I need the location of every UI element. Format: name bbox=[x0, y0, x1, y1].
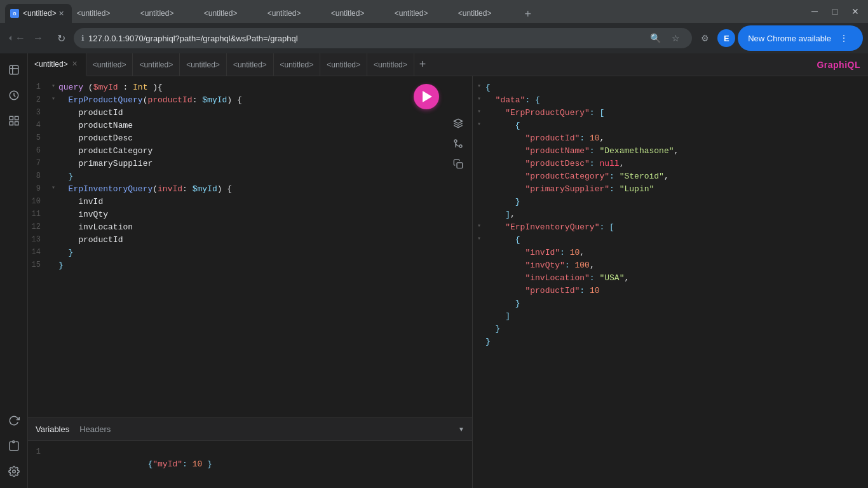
graphiql-tab-add[interactable]: + bbox=[414, 53, 431, 76]
resp-line-21: } bbox=[473, 336, 868, 348]
graphiql-tab-label: <untitled> bbox=[139, 60, 173, 69]
resp-line-9: "primarySupplier": "Lupin" bbox=[473, 183, 868, 196]
svg-point-7 bbox=[459, 145, 462, 147]
variables-panel: Variables Headers ▼ 1 {"myId": 10 } bbox=[28, 417, 472, 489]
code-line-9: 9 ▾ ErpInventoryQuery(invId: $myId) { bbox=[28, 183, 472, 196]
svg-rect-4 bbox=[10, 122, 13, 125]
code-line-2: 2 ▾ ErpProductQuery(productId: $myId) { bbox=[28, 94, 472, 107]
sidebar-explorer-button[interactable] bbox=[3, 109, 25, 132]
sidebar-settings-button[interactable] bbox=[3, 460, 25, 483]
graphiql-tab-5[interactable]: <untitled> bbox=[274, 53, 321, 76]
title-bar: G <untitled> ✕ <untitled> <untitled> <un… bbox=[0, 0, 868, 23]
graphiql-tab-6[interactable]: <untitled> bbox=[320, 53, 367, 76]
code-line-8: 8 } bbox=[28, 170, 472, 183]
copy-button[interactable] bbox=[449, 155, 467, 173]
browser-tab-7[interactable]: <untitled> bbox=[453, 4, 517, 23]
merge-button[interactable] bbox=[449, 135, 467, 152]
variables-tab[interactable]: Variables bbox=[36, 424, 69, 434]
variables-body[interactable]: 1 {"myId": 10 } bbox=[28, 441, 472, 489]
resp-line-20: } bbox=[473, 323, 868, 336]
graphiql-tab-4[interactable]: <untitled> bbox=[227, 53, 274, 76]
profile-button[interactable]: E bbox=[717, 29, 735, 47]
new-tab-button[interactable]: + bbox=[519, 5, 537, 23]
reload-button[interactable]: ↻ bbox=[51, 28, 71, 48]
graphiql-editors: 1 ▾ query ($myId : Int ){ 2 ▾ ErpProduct… bbox=[28, 76, 868, 488]
browser-tab-2[interactable]: <untitled> bbox=[135, 4, 199, 23]
svg-point-8 bbox=[454, 140, 457, 142]
graphiql-sidebar bbox=[0, 53, 28, 488]
tab-label: <untitled> bbox=[140, 9, 174, 18]
resp-line-11: ], bbox=[473, 208, 868, 221]
sidebar-keyboard-button[interactable] bbox=[3, 435, 25, 458]
resp-line-17: "productId": 10 bbox=[473, 285, 868, 297]
window-controls: ─ □ ✕ bbox=[807, 4, 863, 19]
graphiql-tab-3[interactable]: <untitled> bbox=[180, 53, 227, 76]
graphiql-tab-7[interactable]: <untitled> bbox=[367, 53, 414, 76]
maximize-button[interactable]: □ bbox=[827, 4, 843, 19]
graphiql-tab-close-0[interactable]: ✕ bbox=[71, 60, 79, 69]
code-line-11: 11 invQty bbox=[28, 208, 472, 221]
address-bar[interactable]: ℹ 127.0.0.1:9070/graphiql?path=/graphql&… bbox=[74, 28, 692, 48]
response-body[interactable]: ▾ { ▾ "data": { ▾ "ErpProductQuery": [ bbox=[473, 76, 868, 488]
tab-strip: G <untitled> ✕ <untitled> <untitled> <un… bbox=[5, 0, 807, 23]
sidebar-refresh-button[interactable] bbox=[3, 409, 25, 432]
resp-line-8: "productCategory": "Steroid", bbox=[473, 170, 868, 183]
graphiql-tab-0[interactable]: <untitled> ✕ bbox=[28, 53, 86, 76]
url-text: 127.0.0.1:9070/graphiql?path=/graphql&ws… bbox=[88, 34, 642, 43]
close-button[interactable]: ✕ bbox=[848, 4, 863, 19]
graphiql-tab-2[interactable]: <untitled> bbox=[133, 53, 180, 76]
code-line-6: 6 productCategory bbox=[28, 145, 472, 158]
bookmark-icon[interactable]: ☆ bbox=[667, 29, 684, 47]
svg-rect-9 bbox=[457, 163, 463, 168]
svg-rect-0 bbox=[10, 65, 18, 74]
new-chrome-button[interactable]: New Chrome available ⋮ bbox=[738, 25, 863, 51]
resp-line-6: "productName": "Dexamethasone", bbox=[473, 145, 868, 158]
browser-tab-3[interactable]: <untitled> bbox=[199, 4, 262, 23]
tab-close-0[interactable]: ✕ bbox=[57, 8, 67, 18]
code-line-13: 13 productId bbox=[28, 234, 472, 247]
resp-line-4: ▾ { bbox=[473, 119, 868, 132]
resp-line-16: "invLocation": "USA", bbox=[473, 272, 868, 285]
code-line-12: 12 invLocation bbox=[28, 221, 472, 234]
browser-tab-0[interactable]: G <untitled> ✕ bbox=[5, 4, 72, 23]
headers-tab[interactable]: Headers bbox=[79, 424, 111, 434]
tab-label: <untitled> bbox=[458, 9, 492, 18]
variables-header[interactable]: Variables Headers ▼ bbox=[28, 418, 472, 441]
graphiql-tab-label: <untitled> bbox=[93, 60, 126, 69]
editor-toolbar bbox=[449, 114, 467, 173]
play-icon bbox=[423, 91, 432, 102]
extensions-button[interactable]: ⚙ bbox=[695, 28, 715, 48]
run-button[interactable] bbox=[414, 84, 439, 109]
resp-line-18: } bbox=[473, 297, 868, 310]
browser-tab-4[interactable]: <untitled> bbox=[262, 4, 326, 23]
nav-bar: ← → ↻ ℹ 127.0.0.1:9070/graphiql?path=/gr… bbox=[0, 23, 868, 53]
forward-button[interactable]: → bbox=[28, 28, 48, 48]
svg-rect-2 bbox=[10, 116, 13, 119]
resp-line-5: "productId": 10, bbox=[473, 132, 868, 145]
back-button[interactable]: ← bbox=[5, 28, 25, 48]
resp-line-7: "productDesc": null, bbox=[473, 158, 868, 170]
new-chrome-menu-icon[interactable]: ⋮ bbox=[835, 29, 853, 47]
svg-rect-3 bbox=[15, 116, 18, 119]
sidebar-docs-button[interactable] bbox=[3, 58, 25, 81]
query-editor-body[interactable]: 1 ▾ query ($myId : Int ){ 2 ▾ ErpProduct… bbox=[28, 76, 472, 417]
prettify-button[interactable] bbox=[449, 114, 467, 132]
search-icon[interactable]: 🔍 bbox=[646, 29, 664, 47]
sidebar-history-button[interactable] bbox=[3, 84, 25, 107]
graphiql-tab-1[interactable]: <untitled> bbox=[86, 53, 133, 76]
code-line-3: 3 productId bbox=[28, 107, 472, 119]
browser-tab-1[interactable]: <untitled> bbox=[72, 4, 135, 23]
graphiql-tab-label: <untitled> bbox=[374, 60, 407, 69]
code-line-5: 5 productDesc bbox=[28, 132, 472, 145]
browser-tab-5[interactable]: <untitled> bbox=[326, 4, 390, 23]
code-line-15: 15 } bbox=[28, 259, 472, 272]
svg-point-6 bbox=[12, 470, 15, 473]
browser-tab-6[interactable]: <untitled> bbox=[390, 4, 453, 23]
code-line-7: 7 primarySupplier bbox=[28, 158, 472, 170]
tab-label: <untitled> bbox=[204, 9, 238, 18]
graphiql-tab-label: <untitled> bbox=[34, 60, 68, 69]
minimize-button[interactable]: ─ bbox=[807, 4, 822, 19]
tab-favicon: G bbox=[10, 9, 19, 18]
vars-line-1: 1 {"myId": 10 } bbox=[28, 446, 472, 484]
graphiql-app: <untitled> ✕ <untitled> <untitled> <unti… bbox=[0, 53, 868, 488]
